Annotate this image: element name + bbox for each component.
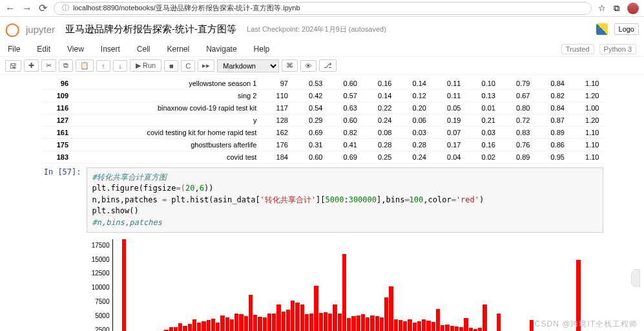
histogram-bar [328, 314, 332, 331]
logout-button[interactable]: Logo [614, 23, 639, 35]
jupyter-header: ◯ jupyter 亚马逊品牌分析报告探索-统计-直方图等 Last Check… [0, 17, 644, 41]
table-row: 175ghostbusters afterlife1760.310.410.28… [41, 139, 603, 151]
jupyter-logo-icon[interactable]: ◯ [5, 21, 19, 37]
histogram-bar [234, 314, 238, 331]
url-text: localhost:8890/notebooks/亚马逊品牌分析报告探索-统计-… [73, 3, 300, 13]
url-bar[interactable]: ⓘ localhost:8890/notebooks/亚马逊品牌分析报告探索-统… [54, 2, 592, 15]
menu-edit[interactable]: Edit [37, 45, 50, 54]
histogram-bar [394, 319, 398, 331]
histogram-bar [211, 319, 215, 331]
histogram-bar [207, 320, 211, 331]
histogram-bar [422, 319, 426, 331]
histogram-bar [455, 326, 459, 331]
back-icon[interactable]: ← [5, 3, 16, 14]
histogram-bar [192, 319, 196, 331]
histogram-bar [239, 314, 243, 331]
side-tab-icon[interactable] [631, 269, 640, 287]
menu-file[interactable]: File [8, 45, 20, 54]
jupyter-logo-text[interactable]: jupyter [26, 24, 55, 35]
histogram-bar [225, 317, 229, 331]
info-icon: ⓘ [62, 3, 69, 13]
histogram-bar [469, 328, 473, 331]
star-icon[interactable]: ☆ [598, 3, 606, 13]
histogram-bar [174, 327, 178, 331]
histogram-bar [188, 324, 192, 331]
histogram-bar [445, 325, 449, 331]
histogram-bar [220, 315, 224, 331]
menu-help[interactable]: Help [254, 45, 270, 54]
histogram-bar [431, 322, 435, 331]
histogram-bar [183, 326, 187, 331]
histogram-bar [309, 314, 313, 331]
save-button[interactable]: 🖫 [5, 60, 21, 72]
histogram-plot [112, 239, 581, 331]
restart-button[interactable]: C [181, 60, 195, 72]
paste-button[interactable]: 📋 [76, 59, 94, 72]
move-up-button[interactable]: ↑ [96, 60, 110, 72]
move-down-button[interactable]: ↓ [113, 60, 127, 72]
extensions-icon[interactable]: ⧉ [614, 3, 619, 14]
histogram-bar [197, 323, 201, 331]
profile-avatar[interactable] [627, 3, 639, 14]
menu-insert[interactable]: Insert [101, 45, 120, 54]
histogram-bar [295, 303, 299, 331]
git-button[interactable]: ⎇ [319, 59, 337, 72]
menu-view[interactable]: View [67, 45, 84, 54]
histogram-bar [576, 260, 580, 331]
reload-icon[interactable]: ⟳ [39, 2, 47, 14]
histogram-bar [408, 319, 411, 331]
histogram-bar [305, 314, 309, 331]
histogram-bar [342, 254, 346, 331]
notebook-title[interactable]: 亚马逊品牌分析报告探索-统计-直方图等 [65, 23, 236, 36]
menu-cell[interactable]: Cell [137, 45, 151, 54]
histogram-bar [459, 327, 463, 331]
histogram-bar [436, 309, 440, 331]
histogram-bar [483, 304, 486, 331]
histogram-bar [244, 316, 248, 331]
code-editor[interactable]: #转化共享合计直方图 plt.figure(figsize=(20,6)) n,… [87, 167, 603, 233]
copy-button[interactable]: ⧉ [59, 59, 73, 72]
input-prompt: In [57]: [41, 167, 87, 233]
histogram-bar [122, 239, 126, 331]
run-button[interactable]: ▶ Run [130, 59, 161, 72]
histogram-bar [249, 295, 253, 331]
table-row: 109sing 21100.420.570.140.120.110.130.67… [41, 90, 603, 102]
restart-run-all-button[interactable]: ▸▸ [198, 59, 214, 72]
cut-button[interactable]: ✂ [41, 59, 56, 72]
python-logo-icon [596, 23, 608, 35]
histogram-bar [389, 286, 393, 331]
histogram-bar [286, 310, 290, 331]
histogram-bar [530, 320, 534, 331]
menu-navigate[interactable]: Navigate [206, 45, 236, 54]
menu-kernel[interactable]: Kernel [167, 45, 190, 54]
histogram-bar [366, 317, 369, 331]
histogram-bar [282, 312, 286, 331]
histogram-bar [403, 321, 407, 331]
histogram-bar [314, 286, 318, 331]
preview-button[interactable]: 👁 [300, 60, 317, 72]
histogram-bar [370, 315, 374, 331]
histogram-bar [263, 317, 267, 331]
histogram-bar [417, 321, 421, 331]
command-palette-button[interactable]: ⌘ [282, 59, 298, 72]
histogram-bar [272, 314, 276, 331]
toolbar: 🖫 ✚ ✂ ⧉ 📋 ↑ ↓ ▶ Run ■ C ▸▸ Markdown ⌘ 👁 … [0, 57, 644, 75]
cell-type-select[interactable]: Markdown [217, 59, 279, 72]
code-cell[interactable]: In [57]: #转化共享合计直方图 plt.figure(figsize=(… [41, 167, 603, 233]
histogram-bar [216, 323, 220, 331]
chart-output: 025005000750010000125001500017500 0.00.2… [87, 237, 603, 331]
add-cell-button[interactable]: ✚ [24, 59, 39, 72]
histogram-bar [267, 314, 271, 331]
histogram-bar [384, 297, 388, 331]
histogram-bar [338, 314, 342, 331]
histogram-bar [357, 315, 360, 331]
histogram-bar [375, 316, 379, 331]
histogram-bar [258, 317, 262, 331]
histogram-bar [202, 321, 205, 331]
notebook-area: 96yellowstone season 1970.530.600.160.14… [0, 75, 644, 331]
kernel-indicator[interactable]: Python 3 [599, 44, 636, 54]
trusted-badge[interactable]: Trusted [561, 44, 594, 54]
forward-icon[interactable]: → [22, 3, 32, 14]
stop-button[interactable]: ■ [164, 60, 178, 72]
histogram-bar [478, 328, 482, 331]
